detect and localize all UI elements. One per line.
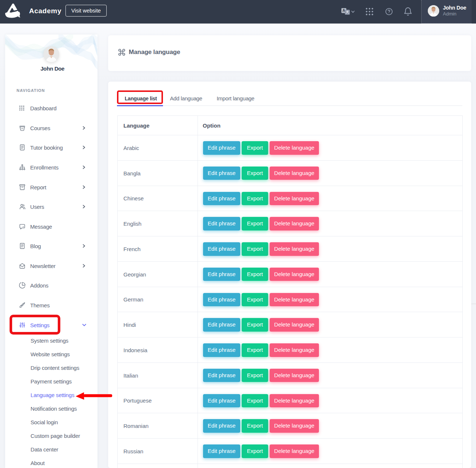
svg-text:A: A — [342, 8, 345, 12]
